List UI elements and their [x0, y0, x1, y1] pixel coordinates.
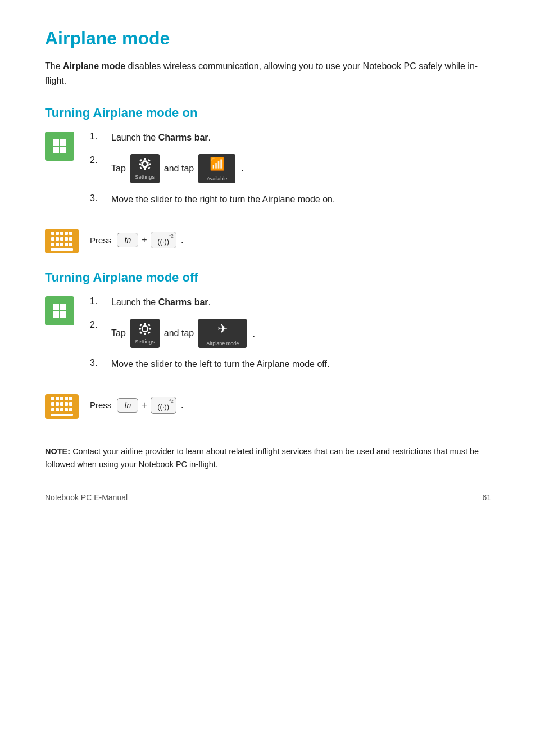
windows-logo-svg-off	[52, 303, 67, 319]
off-step2: 2. Tap	[90, 319, 491, 348]
on-step1-num: 1.	[90, 130, 111, 142]
footer-page-number: 61	[482, 493, 491, 502]
svg-rect-15	[53, 304, 59, 310]
wifi-key-symbol-on: ((·))	[157, 237, 169, 246]
keyboard-icon-off	[45, 394, 79, 419]
svg-rect-24	[149, 328, 151, 329]
note-text: NOTE: Contact your airline provider to l…	[45, 445, 491, 471]
settings-icon-button-off[interactable]: Settings	[130, 319, 160, 348]
on-step3-text: Move the slider to the right to turn the…	[111, 192, 491, 207]
f2-superscript-off: f2	[169, 399, 174, 404]
off-step2-tap: Tap	[111, 326, 126, 341]
section-airplane-on: Turning Airplane mode on 1. Launch the C…	[45, 106, 491, 253]
svg-rect-0	[53, 139, 59, 146]
section-airplane-off: Turning Airplane mode off 1. Launch the …	[45, 270, 491, 418]
off-step1: 1. Launch the Charms bar.	[90, 295, 491, 310]
windows-logo-svg	[52, 138, 67, 154]
f2-key-off: f2 ((·))	[151, 397, 176, 414]
on-step2-tap: Tap	[111, 161, 126, 176]
off-steps-col: 1. Launch the Charms bar. 2. Tap	[90, 295, 491, 380]
on-step2-text: Tap	[111, 154, 491, 183]
keyboard-icon-on	[45, 229, 79, 253]
on-press-label: Press	[90, 236, 111, 245]
on-step1: 1. Launch the Charms bar.	[90, 130, 491, 145]
windows-start-icon-on	[45, 132, 74, 161]
on-keyboard-block: Press fn + f2 ((·)) .	[45, 228, 491, 253]
svg-rect-7	[144, 158, 146, 160]
section-on-heading: Turning Airplane mode on	[45, 106, 491, 120]
on-press-period: .	[181, 234, 184, 246]
wifi-signal-icon: 📶	[210, 154, 225, 174]
airplane-mode-icon-button[interactable]: ✈ Airplane mode	[198, 319, 247, 348]
svg-point-6	[143, 162, 147, 166]
on-keyboard-icon-area	[45, 228, 84, 253]
f2-key-on: f2 ((·))	[151, 232, 176, 248]
svg-rect-8	[144, 168, 146, 170]
on-plus-sign: +	[142, 235, 147, 245]
off-step3: 3. Move the slider to the left to turn t…	[90, 357, 491, 372]
svg-rect-27	[139, 331, 142, 334]
on-press-row: Press fn + f2 ((·)) .	[90, 232, 184, 248]
available-icon-button[interactable]: 📶 Available	[198, 154, 235, 183]
on-steps-block: 1. Launch the Charms bar. 2. Tap	[45, 130, 491, 215]
on-step3-num: 3.	[90, 192, 111, 203]
airplane-icon: ✈	[217, 319, 228, 338]
svg-rect-26	[148, 324, 151, 327]
off-step3-num: 3.	[90, 357, 111, 368]
note-section: NOTE: Contact your airline provider to l…	[45, 436, 491, 479]
on-step2: 2. Tap	[90, 154, 491, 183]
settings-btn-label-on: Settings	[135, 173, 155, 181]
svg-rect-22	[144, 333, 146, 335]
settings-btn-label-off: Settings	[135, 338, 155, 346]
svg-rect-28	[148, 331, 151, 334]
page-title: Airplane mode	[45, 28, 491, 49]
off-step2-num: 2.	[90, 319, 111, 330]
on-step2-num: 2.	[90, 154, 111, 165]
off-step1-num: 1.	[90, 295, 111, 306]
off-press-label: Press	[90, 400, 111, 410]
on-step3: 3. Move the slider to the right to turn …	[90, 192, 491, 207]
off-plus-sign: +	[142, 400, 147, 410]
section-off-heading: Turning Airplane mode off	[45, 270, 491, 285]
footer-manual-title: Notebook PC E-Manual	[45, 493, 128, 502]
off-press-row: Press fn + f2 ((·)) .	[90, 397, 184, 414]
on-step2-period: .	[241, 160, 244, 176]
svg-rect-11	[139, 159, 142, 161]
intro-text: The Airplane mode disables wireless comm…	[45, 59, 491, 88]
off-keyboard-block: Press fn + f2 ((·)) .	[45, 393, 491, 419]
svg-rect-14	[148, 166, 151, 169]
svg-rect-2	[53, 147, 59, 153]
gear-svg-on	[137, 156, 153, 172]
svg-rect-10	[149, 163, 151, 165]
on-win-icon-area	[45, 130, 84, 161]
off-step2-period: .	[252, 325, 255, 342]
off-step2-text: Tap	[111, 319, 491, 348]
on-step1-text: Launch the Charms bar.	[111, 130, 491, 145]
on-steps-col: 1. Launch the Charms bar. 2. Tap	[90, 130, 491, 215]
off-press-period: .	[181, 399, 184, 411]
f2-superscript-on: f2	[169, 233, 174, 239]
svg-rect-16	[60, 304, 66, 310]
svg-rect-21	[144, 323, 146, 325]
note-bold: NOTE:	[45, 447, 70, 456]
off-step2-and-tap: and tap	[164, 326, 194, 341]
off-step1-text: Launch the Charms bar.	[111, 295, 491, 310]
wifi-key-symbol-off: ((·))	[157, 402, 169, 411]
footer: Notebook PC E-Manual 61	[45, 491, 491, 502]
svg-rect-13	[139, 166, 142, 169]
off-steps-block: 1. Launch the Charms bar. 2. Tap	[45, 295, 491, 380]
note-body: Contact your airline provider to learn a…	[45, 447, 479, 469]
on-step2-and-tap: and tap	[164, 161, 194, 176]
svg-rect-9	[139, 163, 141, 165]
svg-rect-25	[139, 324, 142, 327]
windows-start-icon-off	[45, 296, 74, 325]
gear-svg-off	[137, 321, 153, 337]
settings-icon-button-on[interactable]: Settings	[130, 154, 160, 183]
svg-rect-18	[60, 311, 66, 318]
off-keyboard-icon-area	[45, 393, 84, 419]
available-btn-label: Available	[207, 175, 227, 183]
svg-rect-23	[139, 328, 141, 329]
svg-rect-12	[148, 159, 151, 161]
svg-rect-1	[60, 139, 66, 146]
svg-rect-3	[60, 147, 66, 153]
